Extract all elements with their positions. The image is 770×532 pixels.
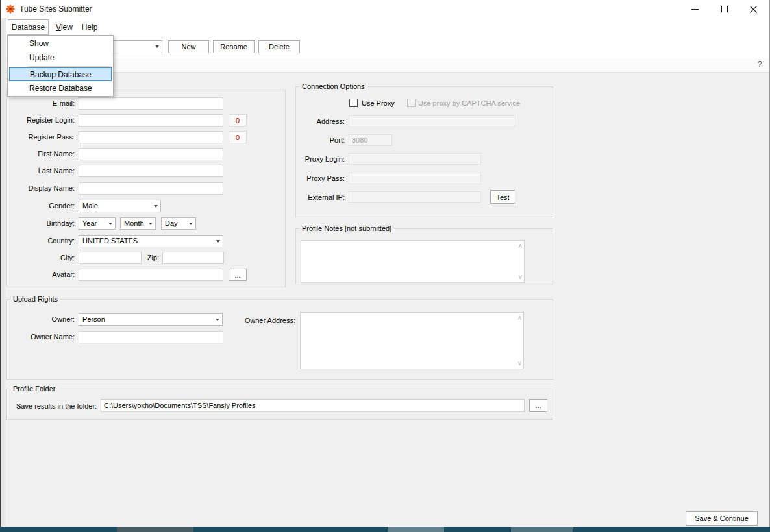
register-login-label: Register Login: [3,116,75,124]
address-label: Address: [273,117,345,125]
tab-strip [0,58,770,73]
taskbar-strip [0,527,770,532]
register-pass-field[interactable] [79,131,223,143]
display-name-label: Display Name: [3,184,75,192]
menu-item-backup-database[interactable]: Backup Database [9,67,112,81]
proxy-login-label: Proxy Login: [273,155,345,163]
profile-notes-title: Profile Notes [not submitted] [299,224,394,232]
email-field[interactable] [79,97,223,110]
gender-select[interactable]: Male [79,200,161,212]
connection-options-title: Connection Options [299,82,367,90]
menu-view[interactable]: View [53,19,76,35]
port-label: Port: [273,136,345,144]
scroll-up-icon[interactable]: ∧ [517,315,522,321]
close-button[interactable] [739,0,768,18]
chevron-down-icon [216,319,219,321]
last-name-label: Last Name: [3,167,75,175]
birthday-day-select[interactable]: Day [161,217,196,230]
captcha-proxy-checkbox [407,99,416,107]
external-ip-label: External IP: [273,193,345,201]
app-window: { "window": { "title": "Tube Sites Submi… [0,0,770,532]
taskbar-segment [388,527,444,532]
proxy-pass-label: Proxy Pass: [273,175,345,182]
chevron-down-icon [189,223,193,225]
rename-button[interactable]: Rename [213,40,255,53]
captcha-proxy-label: Use proxy by CAPTCHA service [418,99,520,107]
display-name-field[interactable] [79,182,223,195]
app-icon [5,4,16,14]
zip-label: Zip: [130,254,159,261]
owner-name-field[interactable] [79,331,223,343]
profile-folder-title: Profile Folder [10,385,58,393]
owner-select[interactable]: Person [79,313,223,326]
minimize-icon [691,9,699,10]
avatar-browse-label: ... [234,271,240,279]
delete-button[interactable]: Delete [258,40,300,53]
zip-field[interactable] [162,252,224,264]
owner-name-label: Owner Name: [3,333,75,341]
taskbar-segment [117,527,193,532]
register-pass-label: Register Pass: [3,133,75,141]
save-continue-button[interactable]: Save & Continue [686,511,758,526]
chevron-down-icon [154,205,158,208]
owner-value: Person [82,315,105,323]
menu-separator [27,66,112,67]
chevron-down-icon [149,223,153,225]
test-button[interactable]: Test [490,190,515,204]
avatar-browse-button[interactable]: ... [229,269,247,281]
database-menu-dropdown: Show Update Backup Database Restore Data… [7,35,114,97]
first-name-field[interactable] [79,148,223,160]
chevron-down-icon [216,240,220,243]
use-proxy-label: Use Proxy [362,99,395,107]
folder-browse-button[interactable]: ... [529,399,547,412]
maximize-icon [721,6,728,12]
menu-item-update[interactable]: Update [9,51,112,65]
menu-database-label: Database [12,23,45,32]
birthday-year-select[interactable]: Year [79,217,116,230]
proxy-pass-field [349,173,481,184]
birthday-month-select[interactable]: Month [120,217,156,230]
scroll-down-icon[interactable]: ∨ [517,360,522,367]
folder-browse-label: ... [535,402,541,409]
birthday-month-value: Month [124,219,144,227]
avatar-field[interactable] [79,269,223,281]
window-title: Tube Sites Submitter [19,5,92,14]
upload-rights-title: Upload Rights [10,295,60,303]
scroll-up-icon[interactable]: ∧ [518,243,523,249]
minimize-button[interactable] [680,0,710,18]
register-login-field[interactable] [79,114,223,127]
delete-button-label: Delete [269,43,290,51]
avatar-label: Avatar: [3,271,75,278]
save-folder-field[interactable] [101,399,525,412]
register-login-counter: 0 [229,114,247,127]
close-icon [750,6,757,13]
help-icon[interactable]: ? [758,60,762,69]
last-name-field[interactable] [79,165,223,177]
owner-address-label: Owner Address: [224,317,295,324]
profile-notes-textarea[interactable]: ∧ ∨ [301,240,525,283]
owner-address-textarea[interactable]: ∧ ∨ [300,312,524,369]
gender-value: Male [82,202,98,210]
country-select[interactable]: UNITED STATES [79,235,223,247]
register-pass-counter: 0 [229,131,247,143]
proxy-login-field [349,153,481,165]
city-label: City: [3,254,75,261]
scroll-down-icon[interactable]: ∨ [518,274,523,280]
menu-item-restore-database[interactable]: Restore Database [9,82,112,95]
new-button-label: New [181,43,195,51]
menu-item-show[interactable]: Show [9,37,112,51]
new-button[interactable]: New [168,40,209,53]
menu-view-label: View [56,23,73,32]
use-proxy-checkbox[interactable] [349,99,358,107]
address-field [349,115,515,127]
country-label: Country: [3,237,75,245]
birthday-day-value: Day [165,219,178,227]
menu-help[interactable]: Help [79,19,101,35]
birthday-label: Birthday: [3,219,75,227]
window-left-gutter [1,18,6,527]
chevron-down-icon [155,45,159,48]
maximize-button[interactable] [710,0,739,18]
owner-label: Owner: [3,315,75,323]
save-continue-label: Save & Continue [695,514,749,522]
menu-database[interactable]: Database [8,19,49,35]
